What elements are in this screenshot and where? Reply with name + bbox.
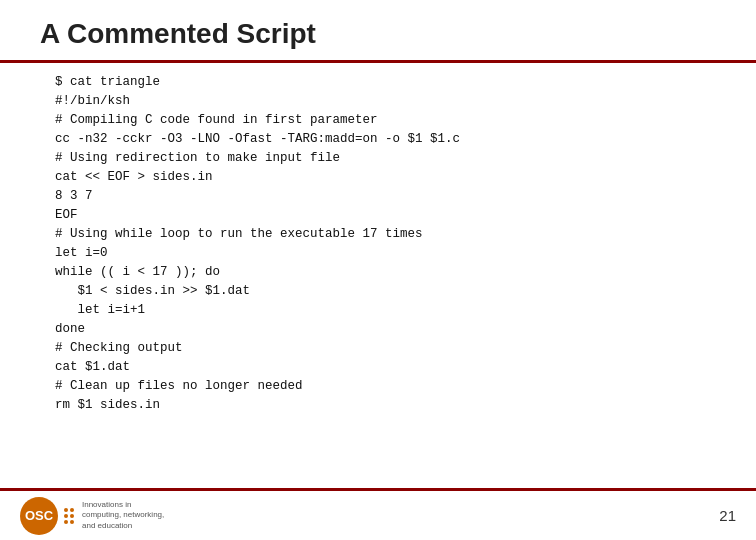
logo-dots <box>64 508 74 524</box>
slide: A Commented Script $ cat triangle #!/bin… <box>0 0 756 540</box>
logo-dot <box>70 514 74 518</box>
logo-dot-row-1 <box>64 508 74 512</box>
logo-area: OSC Innovations <box>20 497 172 535</box>
logo-dot <box>64 514 68 518</box>
page-number: 21 <box>719 507 736 524</box>
logo-dot-row-2 <box>64 514 74 518</box>
logo-dot <box>70 508 74 512</box>
logo-dot <box>70 520 74 524</box>
code-area: $ cat triangle #!/bin/ksh # Compiling C … <box>0 63 756 425</box>
logo-dot <box>64 520 68 524</box>
title-area: A Commented Script <box>0 0 756 63</box>
slide-title: A Commented Script <box>40 18 716 50</box>
footer: OSC Innovations <box>0 488 756 540</box>
logo-tagline: Innovations in computing, networking, an… <box>82 500 172 531</box>
logo-dot-row-3 <box>64 520 74 524</box>
logo-dot <box>64 508 68 512</box>
logo-circle: OSC <box>20 497 58 535</box>
logo-text: OSC <box>25 508 53 523</box>
code-block: $ cat triangle #!/bin/ksh # Compiling C … <box>55 73 716 415</box>
osc-logo: OSC <box>20 497 74 535</box>
